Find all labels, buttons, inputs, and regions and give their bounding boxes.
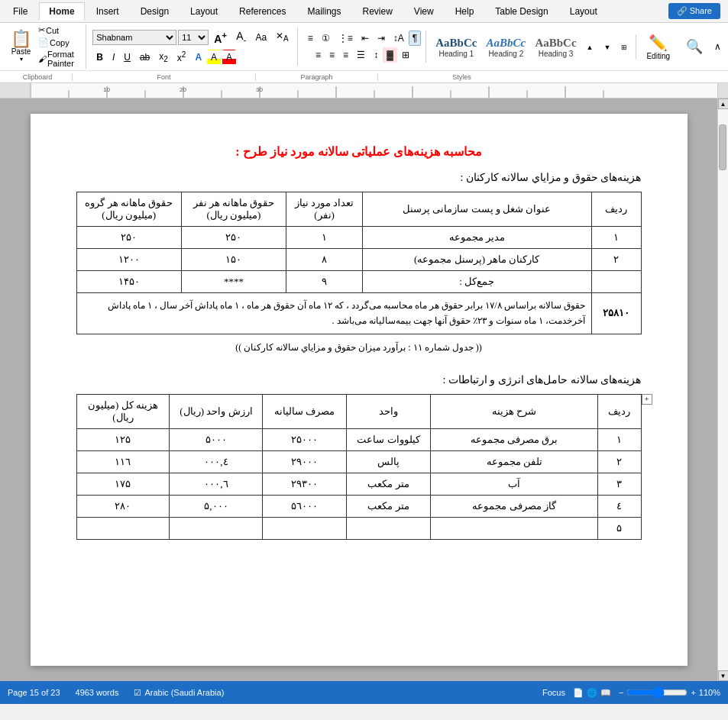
scroll-thumb[interactable] xyxy=(719,124,726,170)
tab-home[interactable]: Home xyxy=(39,2,84,21)
style-heading2[interactable]: AaBbCc Heading 2 xyxy=(483,34,529,60)
show-paragraph-button[interactable]: ¶ xyxy=(409,31,421,46)
tab-mailings[interactable]: Mailings xyxy=(297,2,351,20)
decrease-font-button[interactable]: A- xyxy=(232,27,250,47)
copy-button[interactable]: 📄Copy xyxy=(36,37,81,48)
language-icon: ☑ xyxy=(134,688,141,698)
style-heading3[interactable]: AaBbCc Heading 3 xyxy=(532,34,579,60)
multilevel-list-button[interactable]: ⋮≡ xyxy=(335,31,357,46)
tab-view[interactable]: View xyxy=(404,2,444,20)
bold-button[interactable]: B xyxy=(92,50,107,65)
table2-wrapper: + ردیف شرح هزینه واحد مصرف سالیانه ارزش … xyxy=(76,394,642,540)
scroll-down-button[interactable]: ▼ xyxy=(718,670,729,681)
tab-design[interactable]: Design xyxy=(131,2,179,20)
italic-button[interactable]: I xyxy=(108,50,118,65)
tab-file[interactable]: File xyxy=(3,2,37,20)
line-spacing-button[interactable]: ↕ xyxy=(370,47,382,63)
bullets-button[interactable]: ≡ xyxy=(304,31,317,46)
tab-review[interactable]: Review xyxy=(352,2,402,20)
focus-button[interactable]: Focus xyxy=(542,688,565,697)
table1-col-salary-group: حقوق ماهانه هر گروه (میلیون ریال) xyxy=(76,192,181,227)
borders-button[interactable]: ⊞ xyxy=(398,47,413,63)
tab-references[interactable]: References xyxy=(229,2,296,20)
clear-format-button[interactable]: ✕A xyxy=(272,28,293,45)
table2-col-arzesh: ارزش واحد (ریال) xyxy=(170,394,263,428)
paste-dropdown-arrow[interactable]: ▾ xyxy=(20,56,23,63)
font-size-select[interactable]: 11 xyxy=(178,30,209,45)
style-heading1[interactable]: AaBbCc Heading 1 xyxy=(432,34,480,60)
paragraph-bottom-row: ≡ ≡ ≡ ☰ ↕ ▓ ⊞ xyxy=(312,47,413,63)
strikethrough-button[interactable]: ab xyxy=(136,50,154,65)
styles-more-button[interactable]: ⊞ xyxy=(617,41,631,52)
align-left-button[interactable]: ≡ xyxy=(312,47,325,63)
justify-button[interactable]: ☰ xyxy=(353,47,369,63)
sort-button[interactable]: ↕A xyxy=(390,31,408,46)
collapse-ribbon-button[interactable]: ∧ xyxy=(710,39,725,54)
print-layout-button[interactable]: 📄 xyxy=(573,688,584,698)
share-button[interactable]: 🔗 Share xyxy=(668,3,720,19)
table2-row4-masraf: ۵٦۰۰۰ xyxy=(263,495,347,517)
table2-col-sharh: شرح هزینه xyxy=(430,394,598,428)
change-case-button[interactable]: Aa xyxy=(251,30,270,45)
tab-table-design[interactable]: Table Design xyxy=(485,2,558,20)
zoom-in-button[interactable]: + xyxy=(691,688,695,697)
text-effects-button[interactable]: A xyxy=(191,50,205,65)
table1: ردیف عنوان شغل و پست سازمانی پرسنل تعداد… xyxy=(76,192,642,334)
tab-layout2[interactable]: Layout xyxy=(560,2,607,20)
table2-row3-arzesh: ٦,۰۰۰ xyxy=(170,473,263,495)
underline-button[interactable]: U xyxy=(120,50,134,65)
table2-row2-arzesh: ٤,۰۰۰ xyxy=(170,450,263,473)
zoom-out-button[interactable]: − xyxy=(619,688,623,697)
subscript-button[interactable]: x2 xyxy=(155,49,172,66)
styles-scrollbar-down[interactable]: ▼ xyxy=(600,41,615,52)
align-right-button[interactable]: ≡ xyxy=(339,47,352,63)
table2-row1-hazine: ۱۲۵ xyxy=(76,428,170,450)
shading-button[interactable]: ▓ xyxy=(383,47,397,63)
web-view-button[interactable]: 🌐 xyxy=(587,688,597,698)
document-area: محاسبه هزینه‌های عملیاتی سالانه مورد نیا… xyxy=(0,98,728,681)
format-painter-button[interactable]: 🖌Format Painter xyxy=(36,49,81,69)
paragraph-label: Paragraph xyxy=(255,73,377,81)
document-scroll[interactable]: محاسبه هزینه‌های عملیاتی سالانه مورد نیا… xyxy=(0,98,717,681)
tab-help[interactable]: Help xyxy=(445,2,484,20)
section-gap xyxy=(76,358,642,373)
read-mode-button[interactable]: 📖 xyxy=(600,688,611,698)
align-center-button[interactable]: ≡ xyxy=(325,47,338,63)
paste-button[interactable]: 📋 Paste ▾ xyxy=(8,29,34,64)
tab-layout[interactable]: Layout xyxy=(180,2,228,20)
search-button[interactable]: 🔍 xyxy=(680,35,709,58)
tab-insert[interactable]: Insert xyxy=(86,2,129,20)
table1-total-count: ۹ xyxy=(286,271,363,293)
scroll-up-button[interactable]: ▲ xyxy=(718,98,729,109)
section1-heading: هزینه‌های حقوق و مزایاي سالانه کارکنان : xyxy=(76,171,642,184)
table2-row5-masraf xyxy=(263,517,347,539)
decrease-indent-button[interactable]: ⇤ xyxy=(358,31,373,46)
table1-total-label: جمع‌کل : xyxy=(363,271,592,293)
cut-button[interactable]: ✂Cut xyxy=(36,24,81,36)
vertical-scrollbar[interactable]: ▲ ▼ xyxy=(717,98,728,681)
increase-font-button[interactable]: A+ xyxy=(210,27,231,47)
table-plus-button[interactable]: + xyxy=(642,394,652,405)
table2-row1-masraf: ۲۵۰۰۰ xyxy=(263,428,347,450)
table2-row-2: ۲ تلفن مجموعه پالس ۲۹۰۰۰ ٤,۰۰۰ ۱۱٦ xyxy=(76,450,641,473)
numbering-button[interactable]: ① xyxy=(318,31,334,46)
paste-icon: 📋 xyxy=(11,31,31,47)
table2-col-masraf: مصرف سالیانه xyxy=(263,394,347,428)
table1-row2-salary-group: ۱۲۰۰ xyxy=(76,249,181,271)
editing-button[interactable]: ✏️ Editing xyxy=(642,31,674,63)
zoom-slider[interactable]: − + 110% xyxy=(619,686,720,699)
text-highlight-button[interactable]: A xyxy=(207,50,221,65)
table2-row1-sharh: برق مصرفی مجموعه xyxy=(430,428,598,450)
table2-row4-radif: ٤ xyxy=(598,495,641,517)
table2-row4-sharh: گاز مصرفی مجموعه xyxy=(430,495,598,517)
font-name-select[interactable]: Shabnam xyxy=(92,30,176,45)
styles-scrollbar-up[interactable]: ▲ xyxy=(583,41,597,52)
superscript-button[interactable]: x2 xyxy=(173,48,190,66)
zoom-range[interactable] xyxy=(626,686,688,699)
table2-row1-arzesh: ۵۰۰۰ xyxy=(170,428,263,450)
font-color-button[interactable]: A xyxy=(222,50,236,65)
increase-indent-button[interactable]: ⇥ xyxy=(374,31,389,46)
scroll-track[interactable] xyxy=(718,109,728,670)
table1-row-2: ۲ کارکنان ماهر (پرسنل مجموعه) ۸ ۱۵۰ ۱۲۰۰ xyxy=(76,249,641,271)
table2-row3-masraf: ۲۹۳۰۰ xyxy=(263,473,347,495)
